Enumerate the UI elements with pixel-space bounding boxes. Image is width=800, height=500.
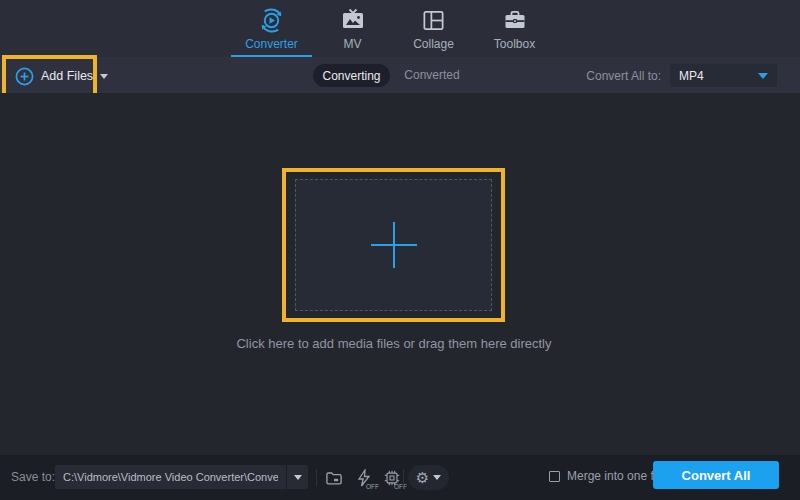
merge-label: Merge into one file: [567, 469, 666, 483]
converter-main-area: Click here to add media files or drag th…: [0, 93, 800, 455]
merge-checkbox[interactable]: [549, 471, 560, 482]
main-tab-bar: Converter MV: [0, 0, 800, 57]
tab-converter-label: Converter: [245, 38, 298, 50]
convert-all-to-label: Convert All to:: [586, 69, 661, 83]
add-circle-icon: [15, 67, 34, 86]
tab-collage-label: Collage: [413, 38, 454, 50]
add-files-button[interactable]: Add Files: [6, 59, 93, 93]
chevron-down-icon: [294, 475, 302, 480]
convert-all-to-group: Convert All to: MP4: [586, 64, 777, 87]
annotation-box-add-files: Add Files: [2, 55, 97, 97]
tab-mv[interactable]: MV: [312, 0, 393, 57]
tab-mv-label: MV: [344, 38, 362, 50]
save-path-group: [55, 465, 308, 489]
subtab-converting[interactable]: Converting: [313, 64, 390, 87]
mv-icon: [340, 7, 366, 33]
hardware-acceleration-off-label: OFF: [366, 483, 379, 490]
gpu-acceleration-button[interactable]: OFF: [380, 466, 404, 490]
subtab-converted[interactable]: Converted: [401, 64, 463, 87]
gear-icon: ⚙: [416, 470, 429, 485]
toolbox-icon: [502, 7, 528, 33]
folder-icon: [324, 468, 344, 488]
save-path-dropdown-button[interactable]: [286, 465, 308, 489]
settings-button[interactable]: ⚙: [408, 465, 449, 490]
converter-toolbar: Add Files Converting Converted Convert A…: [0, 57, 800, 93]
chevron-down-icon: [100, 74, 108, 79]
output-format-dropdown[interactable]: MP4: [670, 64, 777, 87]
bottom-bar: Save to: OFF: [0, 455, 800, 500]
open-output-folder-button[interactable]: [322, 466, 346, 490]
collage-icon: [421, 7, 446, 33]
media-dropzone[interactable]: [295, 179, 492, 311]
converter-icon: [258, 7, 285, 33]
tab-toolbox[interactable]: Toolbox: [474, 0, 555, 57]
output-format-value: MP4: [679, 69, 704, 83]
convert-all-button[interactable]: Convert All: [653, 461, 779, 489]
chevron-down-icon: [758, 73, 768, 79]
main-tabs: Converter MV: [231, 0, 555, 57]
hardware-acceleration-button[interactable]: OFF: [352, 466, 376, 490]
save-to-label: Save to:: [11, 470, 55, 484]
divider: [316, 469, 317, 486]
annotation-box-dropzone: [282, 168, 505, 322]
tab-collage[interactable]: Collage: [393, 0, 474, 57]
tab-converter[interactable]: Converter: [231, 0, 312, 57]
plus-icon: [371, 222, 417, 268]
dropzone-hint-text: Click here to add media files or drag th…: [0, 336, 788, 351]
gpu-acceleration-off-label: OFF: [394, 483, 407, 490]
add-files-label: Add Files: [41, 69, 93, 83]
divider: [403, 469, 404, 486]
chevron-down-icon: [433, 475, 441, 480]
merge-into-one-file-option[interactable]: Merge into one file: [549, 469, 666, 483]
tab-toolbox-label: Toolbox: [494, 38, 535, 50]
save-path-input[interactable]: [55, 465, 286, 489]
app-window: Converter MV: [0, 0, 800, 500]
